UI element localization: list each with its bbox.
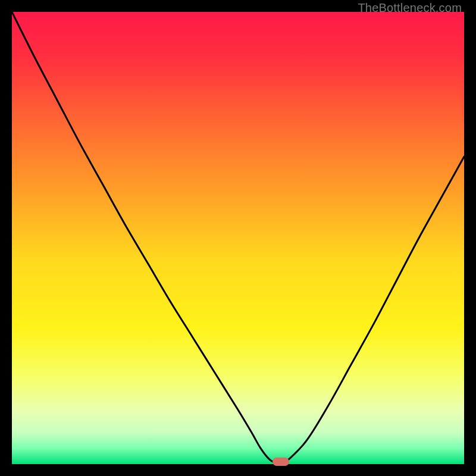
bottleneck-chart: [12, 12, 464, 464]
chart-frame: [12, 12, 464, 464]
gradient-background: [12, 12, 464, 464]
watermark-label: TheBottleneck.com: [358, 1, 462, 15]
optimal-marker: [273, 458, 289, 466]
